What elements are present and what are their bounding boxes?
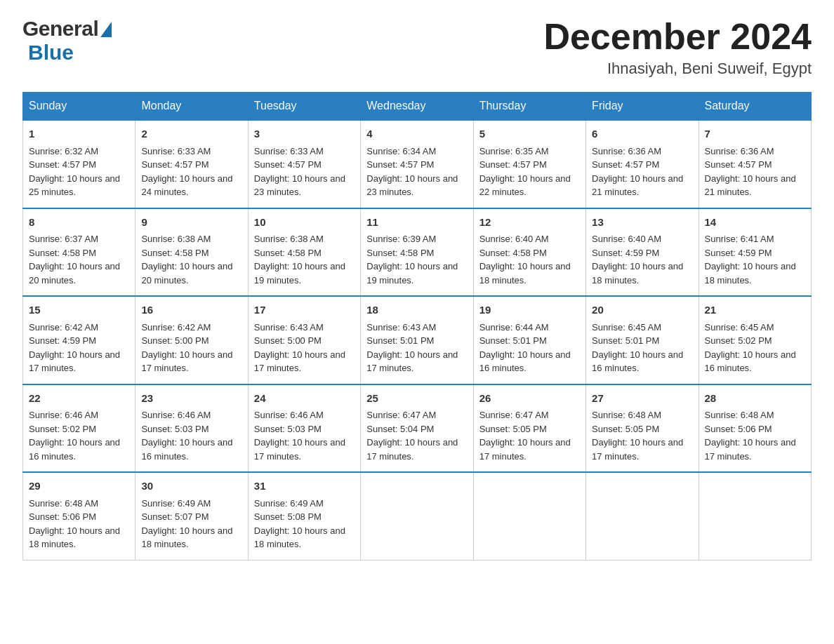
sunrise-line: Sunrise: 6:43 AM [254, 322, 324, 333]
logo: General Blue [22, 17, 112, 65]
page-header: General Blue December 2024 Ihnasiyah, Be… [22, 17, 812, 78]
calendar-cell: 17Sunrise: 6:43 AMSunset: 5:00 PMDayligh… [248, 296, 360, 384]
sunset-line: Sunset: 5:08 PM [254, 511, 322, 522]
calendar-cell: 1Sunrise: 6:32 AMSunset: 4:57 PMDaylight… [23, 120, 135, 208]
calendar-week-row: 22Sunrise: 6:46 AMSunset: 5:02 PMDayligh… [23, 384, 812, 473]
sunset-line: Sunset: 5:03 PM [254, 424, 322, 434]
daylight-line: Daylight: 10 hours and 17 minutes. [705, 437, 796, 462]
sunset-line: Sunset: 4:57 PM [366, 159, 434, 170]
daylight-line: Daylight: 10 hours and 22 minutes. [479, 173, 571, 198]
calendar-cell: 16Sunrise: 6:42 AMSunset: 5:00 PMDayligh… [135, 296, 248, 384]
sunrise-line: Sunrise: 6:34 AM [366, 146, 436, 156]
sunset-line: Sunset: 5:00 PM [254, 335, 322, 346]
day-number: 16 [141, 302, 241, 318]
sunrise-line: Sunrise: 6:42 AM [29, 322, 98, 333]
daylight-line: Daylight: 10 hours and 16 minutes. [705, 349, 796, 374]
sunset-line: Sunset: 4:57 PM [592, 159, 659, 170]
daylight-line: Daylight: 10 hours and 18 minutes. [592, 261, 683, 286]
calendar-cell: 11Sunrise: 6:39 AMSunset: 4:58 PMDayligh… [361, 208, 473, 297]
month-title: December 2024 [543, 17, 812, 57]
sunset-line: Sunset: 5:05 PM [479, 424, 547, 434]
sunrise-line: Sunrise: 6:41 AM [705, 234, 774, 244]
sunrise-line: Sunrise: 6:46 AM [29, 410, 98, 420]
daylight-line: Daylight: 10 hours and 17 minutes. [254, 437, 345, 462]
calendar-cell: 6Sunrise: 6:36 AMSunset: 4:57 PMDaylight… [586, 120, 699, 208]
daylight-line: Daylight: 10 hours and 17 minutes. [592, 437, 683, 462]
day-number: 18 [366, 302, 467, 318]
sunrise-line: Sunrise: 6:47 AM [479, 410, 549, 420]
day-number: 13 [592, 215, 692, 231]
sunrise-line: Sunrise: 6:38 AM [254, 234, 324, 244]
sunrise-line: Sunrise: 6:45 AM [705, 322, 774, 333]
day-number: 20 [592, 302, 692, 318]
daylight-line: Daylight: 10 hours and 18 minutes. [479, 261, 571, 286]
calendar-cell: 8Sunrise: 6:37 AMSunset: 4:58 PMDaylight… [23, 208, 135, 297]
calendar-cell: 29Sunrise: 6:48 AMSunset: 5:06 PMDayligh… [23, 472, 135, 560]
calendar-cell: 25Sunrise: 6:47 AMSunset: 5:04 PMDayligh… [361, 384, 473, 473]
daylight-line: Daylight: 10 hours and 18 minutes. [29, 525, 120, 550]
calendar-cell: 2Sunrise: 6:33 AMSunset: 4:57 PMDaylight… [135, 120, 248, 208]
daylight-line: Daylight: 10 hours and 16 minutes. [592, 349, 683, 374]
calendar-cell: 19Sunrise: 6:44 AMSunset: 5:01 PMDayligh… [473, 296, 585, 384]
calendar-week-row: 8Sunrise: 6:37 AMSunset: 4:58 PMDaylight… [23, 208, 812, 297]
sunrise-line: Sunrise: 6:45 AM [592, 322, 661, 333]
day-number: 21 [705, 302, 805, 318]
day-number: 24 [254, 391, 355, 407]
day-number: 9 [141, 215, 241, 231]
location-subtitle: Ihnasiyah, Beni Suweif, Egypt [543, 60, 812, 78]
column-header-wednesday: Wednesday [361, 93, 473, 121]
day-number: 19 [479, 302, 580, 318]
calendar-cell: 27Sunrise: 6:48 AMSunset: 5:05 PMDayligh… [586, 384, 699, 473]
day-number: 7 [705, 126, 805, 142]
calendar-cell: 30Sunrise: 6:49 AMSunset: 5:07 PMDayligh… [135, 472, 248, 560]
sunset-line: Sunset: 4:57 PM [254, 159, 322, 170]
calendar-cell: 9Sunrise: 6:38 AMSunset: 4:58 PMDaylight… [135, 208, 248, 297]
day-number: 22 [29, 391, 129, 407]
daylight-line: Daylight: 10 hours and 16 minutes. [479, 349, 571, 374]
daylight-line: Daylight: 10 hours and 21 minutes. [705, 173, 796, 198]
calendar-cell: 15Sunrise: 6:42 AMSunset: 4:59 PMDayligh… [23, 296, 135, 384]
sunset-line: Sunset: 4:59 PM [592, 248, 659, 258]
day-number: 1 [29, 126, 129, 142]
calendar-cell: 5Sunrise: 6:35 AMSunset: 4:57 PMDaylight… [473, 120, 585, 208]
sunrise-line: Sunrise: 6:33 AM [141, 146, 211, 156]
day-number: 6 [592, 126, 692, 142]
calendar-week-row: 15Sunrise: 6:42 AMSunset: 4:59 PMDayligh… [23, 296, 812, 384]
day-number: 23 [141, 391, 241, 407]
sunset-line: Sunset: 4:57 PM [29, 159, 96, 170]
daylight-line: Daylight: 10 hours and 20 minutes. [141, 261, 232, 286]
day-number: 8 [29, 215, 129, 231]
day-number: 2 [141, 126, 241, 142]
daylight-line: Daylight: 10 hours and 17 minutes. [479, 437, 571, 462]
calendar-cell [699, 472, 811, 560]
calendar-cell: 7Sunrise: 6:36 AMSunset: 4:57 PMDaylight… [699, 120, 811, 208]
calendar-cell: 20Sunrise: 6:45 AMSunset: 5:01 PMDayligh… [586, 296, 699, 384]
calendar-cell: 18Sunrise: 6:43 AMSunset: 5:01 PMDayligh… [361, 296, 473, 384]
day-number: 29 [29, 478, 129, 495]
column-header-saturday: Saturday [699, 93, 811, 121]
daylight-line: Daylight: 10 hours and 17 minutes. [141, 349, 232, 374]
column-header-friday: Friday [586, 93, 699, 121]
sunset-line: Sunset: 5:07 PM [141, 511, 208, 522]
calendar-cell: 14Sunrise: 6:41 AMSunset: 4:59 PMDayligh… [699, 208, 811, 297]
daylight-line: Daylight: 10 hours and 20 minutes. [29, 261, 120, 286]
sunrise-line: Sunrise: 6:40 AM [479, 234, 549, 244]
calendar-cell: 23Sunrise: 6:46 AMSunset: 5:03 PMDayligh… [135, 384, 248, 473]
day-number: 28 [705, 391, 805, 407]
sunset-line: Sunset: 4:57 PM [705, 159, 772, 170]
sunset-line: Sunset: 5:00 PM [141, 335, 208, 346]
calendar-header-row: SundayMondayTuesdayWednesdayThursdayFrid… [23, 93, 812, 121]
calendar-cell: 26Sunrise: 6:47 AMSunset: 5:05 PMDayligh… [473, 384, 585, 473]
sunrise-line: Sunrise: 6:48 AM [29, 498, 98, 509]
day-number: 27 [592, 391, 692, 407]
sunset-line: Sunset: 5:02 PM [29, 424, 96, 434]
day-number: 12 [479, 215, 580, 231]
sunset-line: Sunset: 5:01 PM [479, 335, 547, 346]
sunrise-line: Sunrise: 6:38 AM [141, 234, 211, 244]
sunrise-line: Sunrise: 6:37 AM [29, 234, 98, 244]
logo-blue: Blue [28, 41, 74, 64]
daylight-line: Daylight: 10 hours and 21 minutes. [592, 173, 683, 198]
day-number: 10 [254, 215, 355, 231]
day-number: 17 [254, 302, 355, 318]
sunset-line: Sunset: 5:02 PM [705, 335, 772, 346]
